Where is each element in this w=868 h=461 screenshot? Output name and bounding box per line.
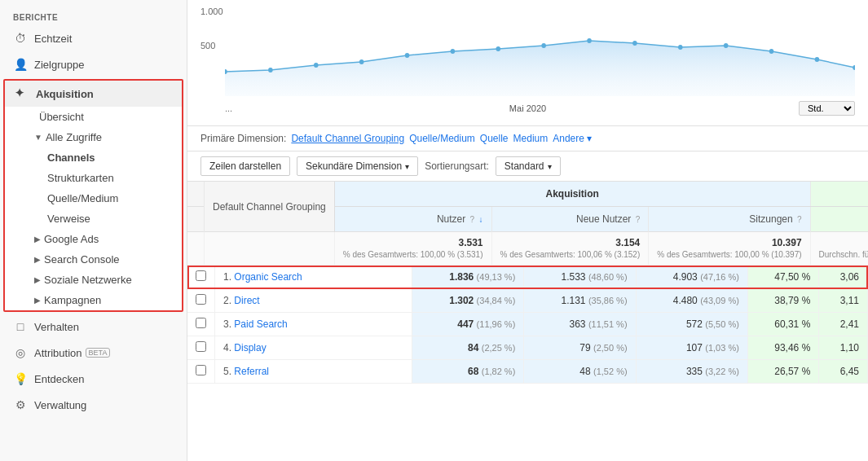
nutzer-help-icon[interactable]: ? bbox=[470, 215, 475, 224]
totals-absprungrate: 44,25 % Durchschn. für Datenansicht: 44,… bbox=[810, 232, 868, 266]
row-checkbox-2[interactable] bbox=[187, 313, 215, 336]
row-sitzungen-1: 4.480 (43,09 %) bbox=[636, 289, 747, 313]
sortierung-dropdown[interactable]: Standard bbox=[496, 156, 561, 176]
row-nutzer-2: 447 (11,96 %) bbox=[412, 313, 524, 336]
table-totals-row: 3.531 % des Gesamtwerts: 100,00 % (3.531… bbox=[187, 232, 868, 266]
chevron-down-icon: ▼ bbox=[34, 133, 42, 142]
sidebar-item-verhalten[interactable]: □ Verhalten bbox=[0, 314, 187, 340]
search-console-label: Search Console bbox=[44, 253, 120, 266]
sidebar-item-channels[interactable]: Channels bbox=[5, 147, 182, 168]
row-checkbox-3[interactable] bbox=[187, 336, 215, 360]
row-sitzungen-3: 107 (1,03 %) bbox=[636, 336, 747, 360]
secondary-dimension-dropdown[interactable]: Sekundäre Dimension bbox=[297, 156, 418, 176]
sidebar-item-alle-zugriffe[interactable]: ▼ Alle Zugriffe bbox=[5, 127, 182, 147]
secondary-toolbar: Zeilen darstellen Sekundäre Dimension So… bbox=[187, 151, 868, 182]
sortierung-label: Sortierungsart: bbox=[425, 160, 489, 172]
svg-point-3 bbox=[359, 59, 364, 64]
row-link-0[interactable]: Organic Search bbox=[234, 271, 302, 283]
chevron-right-icon3: ▶ bbox=[34, 275, 41, 284]
th-sitzungen[interactable]: Sitzungen ? bbox=[649, 207, 810, 232]
sidebar-section-title: BERICHTE bbox=[0, 7, 187, 25]
sidebar-item-soziale-netzwerke[interactable]: ▶ Soziale Netzwerke bbox=[5, 270, 182, 290]
svg-point-5 bbox=[451, 49, 456, 54]
svg-point-12 bbox=[769, 49, 774, 54]
sidebar-item-kampagnen[interactable]: ▶ Kampagnen bbox=[5, 290, 182, 310]
channels-label: Channels bbox=[47, 151, 95, 164]
sidebar-item-strukturkarten[interactable]: Strukturkarten bbox=[5, 168, 182, 188]
dim-quelle-medium-link[interactable]: Quelle/Medium bbox=[409, 133, 475, 144]
table-row: 1. Organic Search 1.836 (49,13 %) 1.533 … bbox=[187, 266, 868, 289]
svg-point-1 bbox=[268, 68, 273, 72]
neue-nutzer-help-icon[interactable]: ? bbox=[636, 215, 641, 224]
row-absprungrate-3: 93,46 % bbox=[747, 336, 818, 360]
quelle-medium-label: Quelle/Medium bbox=[47, 192, 118, 204]
totals-nutzer: 3.531 % des Gesamtwerts: 100,00 % (3.531… bbox=[334, 232, 491, 266]
dim-andere-link[interactable]: Andere ▾ bbox=[553, 133, 592, 144]
row-seiten-sitzung-3: 1,10 bbox=[819, 336, 868, 360]
row-checkbox-0[interactable] bbox=[187, 266, 215, 289]
zeilen-darstellen-button[interactable]: Zeilen darstellen bbox=[200, 156, 290, 176]
th-neue-nutzer[interactable]: Neue Nutzer ? bbox=[491, 207, 649, 232]
row-name-2: 3. Paid Search bbox=[215, 313, 412, 336]
sidebar-item-echtzeit[interactable]: ⏱ Echtzeit bbox=[0, 25, 187, 51]
dim-quelle-link[interactable]: Quelle bbox=[480, 133, 509, 144]
chart-area: 1.000 500 bbox=[187, 0, 868, 126]
entdecken-label: Entdecken bbox=[34, 373, 84, 385]
svg-point-8 bbox=[587, 38, 592, 43]
sidebar-item-quelle-medium[interactable]: Quelle/Medium bbox=[5, 188, 182, 209]
sidebar-item-verweise[interactable]: Verweise bbox=[5, 209, 182, 229]
table-row: 5. Referral 68 (1,82 %) 48 (1,52 %) 335 … bbox=[187, 360, 868, 384]
th-checkbox2 bbox=[187, 207, 205, 232]
primary-dim-label: Primäre Dimension: bbox=[200, 133, 286, 144]
chart-dots-label: ... bbox=[225, 103, 232, 113]
dim-medium-link[interactable]: Medium bbox=[513, 133, 549, 144]
chart-bottom: ... Mai 2020 Std. Tag Woche bbox=[200, 99, 855, 118]
sortierung-value: Standard bbox=[504, 160, 544, 172]
chart-dropdown[interactable]: Std. Tag Woche bbox=[799, 101, 855, 116]
table-container: Default Channel Grouping Akquisition Ver… bbox=[187, 182, 868, 461]
sidebar-item-entdecken[interactable]: 💡 Entdecken bbox=[0, 366, 187, 392]
row-checkbox-1[interactable] bbox=[187, 289, 215, 313]
table-row: 4. Display 84 (2,25 %) 79 (2,50 %) 107 (… bbox=[187, 336, 868, 360]
th-nutzer[interactable]: Nutzer ? ↓ bbox=[334, 207, 491, 232]
dim-default-link[interactable]: Default Channel Grouping bbox=[291, 133, 404, 144]
lightbulb-icon: 💡 bbox=[13, 371, 28, 386]
gear-icon: ⚙ bbox=[13, 397, 28, 412]
primary-dimension-toolbar: Primäre Dimension: Default Channel Group… bbox=[187, 126, 868, 151]
sidebar-item-attribution[interactable]: ◎ Attribution BETA bbox=[0, 340, 187, 366]
sidebar-item-label: Zielgruppe bbox=[34, 59, 84, 71]
sidebar-item-google-ads[interactable]: ▶ Google Ads bbox=[5, 229, 182, 249]
th-absprungrate[interactable]: Absprungrate ? bbox=[810, 207, 868, 232]
totals-sitzungen: 10.397 % des Gesamtwerts: 100,00 % (10.3… bbox=[649, 232, 810, 266]
sitzungen-help-icon[interactable]: ? bbox=[797, 215, 802, 224]
attribution-badge: BETA bbox=[86, 348, 111, 358]
sidebar-item-akquisition[interactable]: ✦ Akquisition bbox=[5, 81, 182, 107]
sidebar-item-search-console[interactable]: ▶ Search Console bbox=[5, 249, 182, 270]
row-link-2[interactable]: Paid Search bbox=[234, 318, 287, 330]
sort-down-icon: ↓ bbox=[479, 215, 483, 224]
chevron-right-icon4: ▶ bbox=[34, 296, 41, 305]
row-nutzer-3: 84 (2,25 %) bbox=[412, 336, 524, 360]
th-checkbox bbox=[187, 182, 205, 207]
row-name-1: 2. Direct bbox=[215, 289, 412, 313]
google-ads-label: Google Ads bbox=[44, 233, 99, 245]
person-icon: 👤 bbox=[13, 57, 28, 72]
row-checkbox-4[interactable] bbox=[187, 360, 215, 384]
sidebar: BERICHTE ⏱ Echtzeit 👤 Zielgruppe ✦ Akqui… bbox=[0, 0, 187, 461]
row-link-4[interactable]: Referral bbox=[234, 366, 269, 377]
row-neue-nutzer-3: 79 (2,50 %) bbox=[524, 336, 636, 360]
sidebar-item-uebersicht[interactable]: Übersicht bbox=[5, 107, 182, 127]
uebersicht-label: Übersicht bbox=[39, 111, 84, 123]
sidebar-item-zielgruppe[interactable]: 👤 Zielgruppe bbox=[0, 51, 187, 77]
row-absprungrate-4: 26,57 % bbox=[747, 360, 818, 384]
svg-point-9 bbox=[632, 41, 637, 46]
row-seiten-sitzung-0: 3,06 bbox=[819, 266, 868, 289]
kampagnen-label: Kampagnen bbox=[44, 294, 101, 306]
row-link-1[interactable]: Direct bbox=[234, 295, 259, 306]
row-link-3[interactable]: Display bbox=[234, 342, 266, 353]
attribution-icon: ◎ bbox=[13, 345, 28, 360]
sidebar-item-verwaltung[interactable]: ⚙ Verwaltung bbox=[0, 392, 187, 418]
totals-label-cell bbox=[205, 232, 335, 266]
row-nutzer-1: 1.302 (34,84 %) bbox=[412, 289, 524, 313]
sidebar-akquisition-label: Akquisition bbox=[36, 88, 94, 100]
